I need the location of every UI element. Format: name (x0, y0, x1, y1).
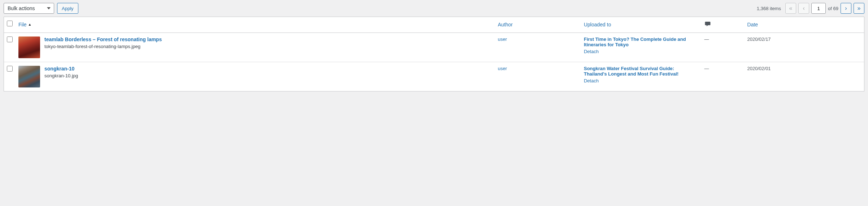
items-count: 1,368 items (757, 6, 781, 11)
column-file-label: File (18, 22, 27, 27)
table-row: teamlab Borderless – Forest of resonatin… (4, 33, 864, 62)
column-file-sort[interactable]: File ▲ (18, 22, 31, 27)
table-row: songkran-10 songkran-10.jpg user Songkra… (4, 62, 864, 91)
column-date-sort[interactable]: Date (747, 22, 758, 27)
comment-count: — (700, 62, 743, 91)
date-text: 2020/02/17 (744, 33, 864, 62)
media-table: File ▲ Author Uploaded to Date (4, 17, 864, 91)
media-filename: tokyo-teamlab-forest-of-resonating-lamps… (44, 44, 162, 49)
column-uploaded-to: Uploaded to (580, 17, 700, 33)
bulk-actions-select-wrap: Bulk actions (4, 3, 54, 14)
comment-icon (704, 21, 711, 26)
author-link[interactable]: user (498, 66, 507, 71)
date-text: 2020/02/01 (744, 62, 864, 91)
comment-count: — (700, 33, 743, 62)
last-page-button[interactable]: » (854, 3, 864, 14)
uploaded-to-link[interactable]: First Time in Tokyo? The Complete Guide … (584, 37, 686, 47)
detach-link[interactable]: Detach (584, 78, 697, 83)
media-thumbnail[interactable] (18, 37, 40, 58)
media-title-link[interactable]: teamlab Borderless – Forest of resonatin… (44, 37, 162, 42)
row-checkbox[interactable] (7, 66, 13, 72)
column-author-sort[interactable]: Author (498, 22, 513, 27)
select-all-checkbox[interactable] (7, 21, 13, 26)
uploaded-to-link[interactable]: Songkran Water Festival Survival Guide: … (584, 66, 678, 77)
author-link[interactable]: user (498, 37, 507, 42)
media-thumbnail[interactable] (18, 66, 40, 87)
detach-link[interactable]: Detach (584, 49, 697, 54)
pagination: 1,368 items « ‹ of 69 › » (757, 3, 864, 14)
prev-page-button: ‹ (798, 3, 809, 14)
next-page-button[interactable]: › (841, 3, 851, 14)
row-checkbox[interactable] (7, 37, 13, 42)
sort-asc-icon: ▲ (28, 22, 32, 26)
bulk-actions-select[interactable]: Bulk actions (4, 3, 54, 14)
row-check-cell (4, 62, 15, 91)
paging-of-label: of 69 (828, 6, 838, 11)
column-comments (700, 17, 743, 33)
media-title-link[interactable]: songkran-10 (44, 66, 74, 72)
current-page-input[interactable] (811, 3, 826, 14)
select-all-cell (4, 17, 15, 33)
tablenav-top: Bulk actions Apply 1,368 items « ‹ of 69… (4, 3, 864, 17)
first-page-button: « (785, 3, 796, 14)
apply-button[interactable]: Apply (57, 3, 78, 14)
row-check-cell (4, 33, 15, 62)
media-filename: songkran-10.jpg (44, 73, 78, 78)
